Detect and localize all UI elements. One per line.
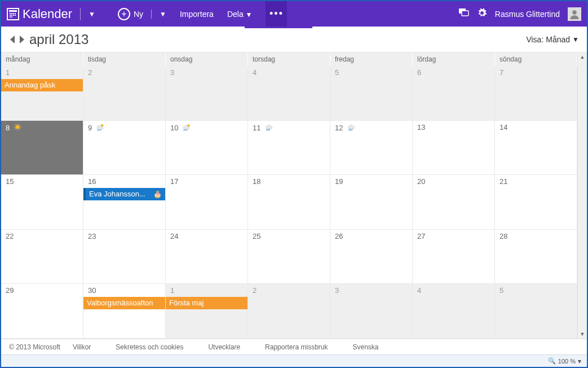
scrollbar[interactable]: ▲ ▼ <box>577 52 587 339</box>
day-number: 15 <box>6 177 14 186</box>
calendar-event[interactable]: Annandag påsk <box>1 79 83 91</box>
gear-icon[interactable] <box>477 8 487 20</box>
day-cell[interactable]: 11 <box>248 121 330 176</box>
svg-line-23 <box>15 129 16 129</box>
status-bar: 🔍 100 % ▾ <box>1 354 587 367</box>
zoom-level[interactable]: 100 % <box>558 358 576 365</box>
day-cell[interactable]: 1Annandag påsk <box>1 66 83 121</box>
svg-rect-3 <box>13 13 14 14</box>
new-button[interactable]: + Ny ▼ <box>118 8 166 20</box>
day-cell[interactable]: 2 <box>83 66 166 121</box>
svg-line-21 <box>15 124 16 125</box>
user-name[interactable]: Rasmus Glittertind <box>495 10 560 19</box>
day-cell[interactable]: 2 <box>248 284 330 339</box>
day-cell[interactable]: 10 <box>166 121 248 176</box>
day-cell[interactable]: 3 <box>166 66 248 121</box>
day-number: 3 <box>170 68 174 77</box>
day-cell[interactable]: 27 <box>413 230 495 284</box>
footer-link[interactable]: Svenska <box>352 343 378 351</box>
day-cell[interactable]: 12 <box>330 121 413 176</box>
chat-icon[interactable] <box>459 8 469 19</box>
divider <box>151 10 152 19</box>
day-cell[interactable]: 29 <box>1 284 83 339</box>
day-cell[interactable]: 4 <box>248 66 330 121</box>
day-cell[interactable]: 17 <box>166 175 248 230</box>
svg-line-34 <box>268 129 269 130</box>
scroll-down-icon[interactable]: ▼ <box>578 330 587 339</box>
day-cell[interactable]: 4 <box>413 284 495 339</box>
day-cell[interactable]: 16Eva Johansson...🎂 <box>83 175 166 230</box>
rain-icon <box>264 123 274 133</box>
chevron-down-icon[interactable]: ▼ <box>160 10 166 18</box>
calendar-icon <box>7 8 19 20</box>
weekday-header: måndagtisdagonsdagtorsdagfredaglördagsön… <box>1 52 577 66</box>
day-cell[interactable]: 22 <box>1 230 83 284</box>
svg-line-38 <box>352 129 352 130</box>
svg-marker-14 <box>10 36 15 43</box>
day-cell[interactable]: 6 <box>413 66 495 121</box>
day-cell[interactable]: 13 <box>413 121 495 176</box>
day-cell[interactable]: 5 <box>495 284 577 339</box>
calendar-event[interactable]: Första maj <box>166 297 247 309</box>
day-cell[interactable]: 1Första maj <box>166 284 248 339</box>
day-cell[interactable]: 8 <box>1 121 83 176</box>
day-cell[interactable]: 23 <box>83 230 166 284</box>
chevron-down-icon[interactable]: ▼ <box>89 10 95 18</box>
brand[interactable]: Kalender ▼ <box>7 7 95 21</box>
zoom-icon[interactable]: 🔍 <box>548 357 556 365</box>
svg-rect-8 <box>15 15 16 16</box>
rain-icon <box>346 123 356 133</box>
calendar-event[interactable]: Valborgsmässoafton <box>83 297 165 309</box>
view-switcher[interactable]: Visa: Månad ▼ <box>526 35 579 44</box>
day-number: 8 <box>6 124 10 132</box>
sun-icon <box>13 123 23 133</box>
day-cell[interactable]: 20 <box>413 175 495 230</box>
svg-rect-1 <box>10 13 11 14</box>
top-actions: + Ny ▼ Importera Dela ▼ ••• <box>118 1 288 27</box>
svg-line-27 <box>99 129 100 130</box>
footer-link[interactable]: Utvecklare <box>208 343 240 351</box>
day-cell[interactable]: 3 <box>330 284 413 339</box>
svg-rect-10 <box>11 16 12 17</box>
zoom-dropdown-icon[interactable]: ▾ <box>578 357 581 365</box>
calendar-event[interactable]: Eva Johansson...🎂 <box>83 188 165 200</box>
day-cell[interactable]: 30Valborgsmässoafton <box>83 284 166 339</box>
weekday-label: onsdag <box>166 52 248 66</box>
footer-link[interactable]: Rapportera missbruk <box>265 343 328 351</box>
next-month-button[interactable] <box>18 35 26 44</box>
day-cell[interactable]: 7 <box>495 66 577 121</box>
svg-rect-7 <box>13 15 14 16</box>
day-cell[interactable]: 5 <box>330 66 413 121</box>
day-cell[interactable]: 24 <box>166 230 248 284</box>
prev-month-button[interactable] <box>9 35 17 44</box>
more-button[interactable]: ••• <box>266 1 287 27</box>
day-cell[interactable]: 9 <box>83 121 166 176</box>
day-number: 12 <box>335 124 343 132</box>
day-cell[interactable]: 25 <box>248 230 330 284</box>
event-label: Eva Johansson... <box>89 188 145 200</box>
day-number: 5 <box>335 68 339 77</box>
weekday-label: fredag <box>330 52 413 66</box>
day-cell[interactable]: 19 <box>330 175 413 230</box>
birthday-icon: 🎂 <box>153 188 162 200</box>
day-number: 4 <box>253 68 257 77</box>
day-cell[interactable]: 28 <box>495 230 577 284</box>
svg-point-16 <box>16 125 20 129</box>
svg-line-30 <box>184 129 185 130</box>
footer-link[interactable]: Sekretess och cookies <box>116 343 183 351</box>
avatar[interactable] <box>568 7 581 21</box>
import-link[interactable]: Importera <box>180 10 214 19</box>
svg-marker-15 <box>20 36 24 43</box>
share-link[interactable]: Dela ▼ <box>227 10 253 19</box>
day-cell[interactable]: 15 <box>1 175 83 230</box>
footer-link[interactable]: Villkor <box>73 343 91 351</box>
day-cell[interactable]: 14 <box>495 121 577 176</box>
day-cell[interactable]: 21 <box>495 175 577 230</box>
scroll-up-icon[interactable]: ▲ <box>578 52 587 62</box>
svg-point-13 <box>572 10 577 15</box>
day-cell[interactable]: 18 <box>248 175 330 230</box>
svg-line-31 <box>185 129 186 130</box>
sunrain-icon <box>182 123 192 133</box>
day-cell[interactable]: 26 <box>330 230 413 284</box>
sub-header: april 2013 Visa: Månad ▼ <box>1 27 587 52</box>
